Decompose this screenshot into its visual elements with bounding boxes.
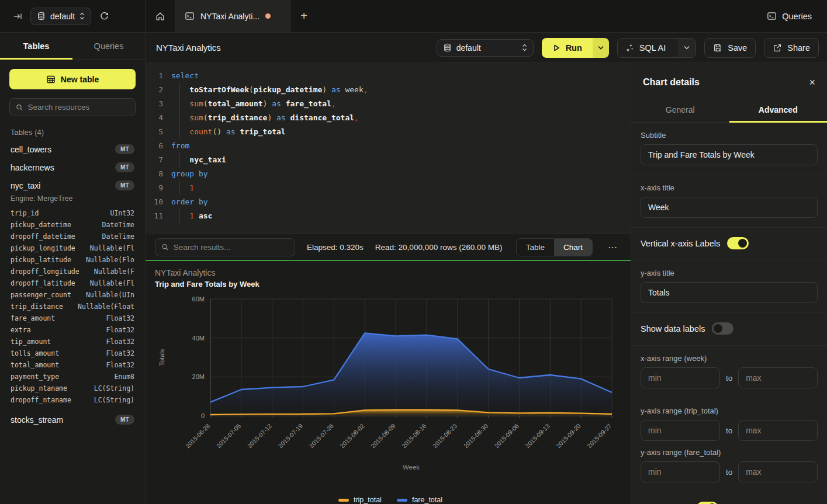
engine-badge: MT: [115, 415, 134, 425]
share-label: Share: [787, 43, 810, 53]
tab-advanced[interactable]: Advanced: [729, 98, 827, 122]
table-name: hackernews: [11, 163, 54, 172]
sql-console-app: default NYTaxi Analyti... + Queries: [0, 0, 827, 504]
xaxis-range-min-input[interactable]: [641, 367, 720, 388]
queries-button[interactable]: Queries: [767, 11, 812, 21]
chevron-down-icon: [598, 46, 604, 50]
chart-legend: trip_totalfare_total: [155, 496, 626, 504]
table-name: cell_towers: [11, 145, 51, 154]
table-item-nyc_taxi[interactable]: nyc_taxiMT: [9, 176, 136, 194]
new-table-button[interactable]: New table: [9, 69, 136, 89]
fare-range-max-input[interactable]: [738, 461, 818, 482]
code-text: sum(total_amount) as fare_total,: [171, 97, 336, 111]
column-type: LC(String): [94, 383, 134, 394]
share-button[interactable]: Share: [764, 38, 819, 58]
chevron-updown-icon: [522, 44, 527, 51]
trip-range-max-input[interactable]: [738, 420, 818, 441]
line-number: 9: [151, 181, 171, 195]
code-line-1: 1select: [151, 69, 631, 83]
tables-list: cell_towersMThackernewsMTnyc_taxiMTEngin…: [9, 140, 136, 429]
chart-title: NYTaxi Analytics: [155, 268, 626, 277]
svg-text:2015-07-05: 2015-07-05: [215, 422, 243, 450]
chevron-updown-icon: [79, 12, 85, 20]
refresh-button[interactable]: [97, 9, 112, 23]
line-number: 4: [151, 111, 171, 125]
chart-plot: 020M40M60MTotals2015-06-282015-07-052015…: [155, 293, 626, 495]
view-table-button[interactable]: Table: [517, 239, 554, 256]
sidebar-tab-queries[interactable]: Queries: [72, 33, 145, 59]
yaxis-title-input[interactable]: [641, 282, 818, 303]
database-selector[interactable]: default: [30, 8, 91, 25]
panel-tabs: General Advanced: [631, 98, 827, 123]
legend-item-fare_total[interactable]: fare_total: [397, 496, 442, 504]
column-row: pickup_datetimeDateTime: [9, 219, 136, 231]
code-line-7: 7 nyc_taxi: [151, 153, 631, 167]
column-type: Float32: [106, 347, 134, 359]
save-button[interactable]: Save: [704, 38, 756, 58]
vertical-labels-section: Vertical x-axis Labels: [631, 228, 827, 260]
view-chart-button[interactable]: Chart: [554, 239, 592, 256]
run-button[interactable]: Run: [542, 38, 593, 58]
sparkles-icon: [625, 43, 634, 53]
run-options-button[interactable]: [593, 38, 609, 58]
table-item-cell_towers[interactable]: cell_towersMT: [9, 140, 136, 158]
show-legend-toggle[interactable]: [697, 502, 718, 504]
resources-sidebar: Tables Queries New table Tables (4) cell…: [0, 33, 146, 504]
main-content: NYTaxi Analytics default Run: [146, 33, 827, 504]
column-row: dropoff_latitudeNullable(Fl: [9, 277, 136, 289]
column-name: trip_id: [11, 207, 39, 219]
new-table-label: New table: [61, 75, 99, 84]
code-line-6: 6from: [151, 139, 631, 153]
sidebar-tab-tables[interactable]: Tables: [0, 33, 72, 59]
column-name: pickup_latitude: [11, 254, 71, 266]
data-labels-toggle[interactable]: [712, 322, 733, 335]
query-actions: default Run: [437, 38, 819, 58]
vertical-labels-toggle[interactable]: [727, 237, 749, 249]
new-tab-button[interactable]: +: [290, 0, 317, 32]
close-icon[interactable]: ×: [809, 77, 815, 88]
code-text: nyc_taxi: [171, 153, 226, 167]
table-name: nyc_taxi: [11, 181, 40, 190]
subtitle-input[interactable]: [641, 144, 818, 165]
svg-text:2015-08-02: 2015-08-02: [338, 422, 366, 450]
tab-general[interactable]: General: [631, 98, 729, 122]
home-button[interactable]: [146, 0, 175, 32]
trip-range-min-input[interactable]: [641, 420, 720, 441]
sql-ai-split-button: SQL AI: [617, 38, 696, 58]
column-row: dropoff_longitudeNullable(F: [9, 266, 136, 277]
table-item-stocks_stream[interactable]: stocks_streamMT: [9, 411, 136, 429]
svg-text:2015-07-19: 2015-07-19: [276, 422, 304, 450]
resource-search-input[interactable]: [28, 103, 129, 112]
collapse-sidebar-button[interactable]: [11, 9, 25, 23]
fare-range-min-input[interactable]: [641, 461, 720, 482]
legend-item-trip_total[interactable]: trip_total: [338, 496, 382, 504]
results-search-input[interactable]: [174, 243, 289, 252]
column-type: Nullable(Flo: [86, 254, 134, 266]
run-database-selector[interactable]: default: [437, 39, 534, 57]
code-line-9: 9 1: [151, 181, 631, 195]
area-chart-svg: 020M40M60MTotals2015-06-282015-07-052015…: [155, 293, 622, 495]
home-icon: [155, 11, 165, 22]
results-toolbar: Elapsed: 0.320s Read: 20,000,000 rows (2…: [146, 234, 631, 261]
more-options-button[interactable]: ⋯: [604, 239, 621, 255]
yaxis-range-trip-section: y-axis range (trip_total) to: [631, 398, 827, 444]
line-number: 7: [151, 153, 171, 167]
resource-search: [9, 98, 136, 116]
data-labels-section: Show data labels: [631, 313, 827, 346]
tab-nytaxi-analytics[interactable]: NYTaxi Analyti...: [175, 0, 290, 32]
sql-ai-button[interactable]: SQL AI: [618, 39, 673, 57]
subtitle-label: Subtitle: [641, 131, 818, 140]
xaxis-range-max-input[interactable]: [738, 367, 818, 388]
sql-editor[interactable]: 1select2 toStartOfWeek(pickup_datetime) …: [146, 63, 631, 234]
sql-ai-options-button[interactable]: [678, 39, 695, 57]
column-name: tolls_amount: [11, 347, 59, 359]
svg-text:2015-08-16: 2015-08-16: [400, 422, 428, 450]
code-line-3: 3 sum(total_amount) as fare_total,: [151, 97, 631, 111]
column-row: trip_idUInt32: [9, 207, 136, 219]
refresh-icon: [99, 11, 109, 21]
table-item-hackernews[interactable]: hackernewsMT: [9, 158, 136, 176]
svg-text:2015-08-30: 2015-08-30: [462, 422, 490, 450]
xaxis-title-input[interactable]: [641, 197, 818, 218]
column-type: Float32: [106, 359, 134, 371]
yaxis-title-label: y-axis title: [641, 269, 818, 277]
